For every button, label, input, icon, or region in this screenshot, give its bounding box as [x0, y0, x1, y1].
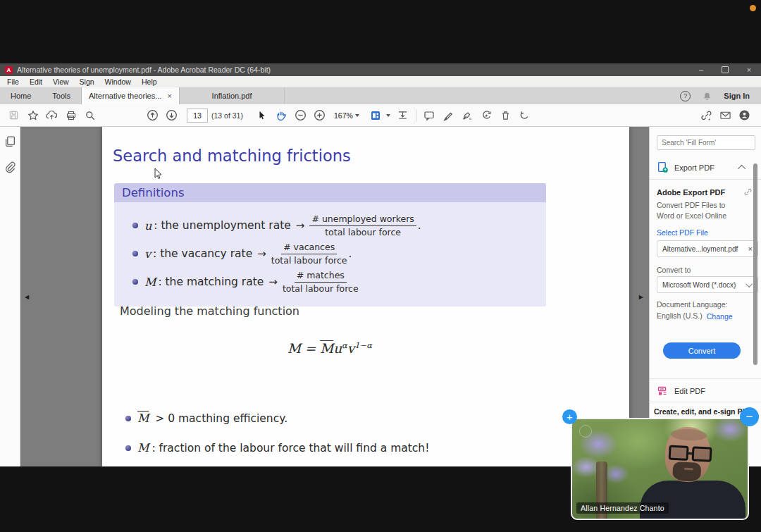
rotate-button[interactable] [515, 107, 534, 124]
arrow-right-glyph: → [268, 276, 278, 288]
document-area[interactable]: ◀ ▶ Search and matching frictions Defini… [20, 127, 649, 466]
delete-button[interactable] [496, 107, 515, 124]
zoom-level-value: 167% [334, 111, 353, 120]
tab-document-active[interactable]: Alternative theories... × [81, 87, 180, 104]
share-cloud-button[interactable] [42, 107, 61, 124]
video-watermark-logo [579, 425, 592, 438]
highlight-button[interactable] [439, 107, 458, 124]
account-button[interactable] [735, 107, 754, 124]
select-pdf-file-link[interactable]: Select PDF File [657, 228, 708, 237]
zoom-in-button[interactable] [310, 107, 329, 124]
email-button[interactable] [716, 107, 735, 124]
save-icon [8, 110, 19, 120]
menu-item-edit[interactable]: Edit [30, 78, 42, 86]
export-pdf-label: Export PDF [674, 163, 714, 172]
glasses-left-lens [669, 445, 689, 461]
attachments-paperclip-icon[interactable] [4, 161, 16, 173]
tab-close-icon[interactable]: × [168, 92, 172, 100]
format-dropdown[interactable]: Microsoft Word (*.docx) [657, 276, 758, 293]
previous-page-button[interactable] [143, 107, 162, 124]
formula-equals: = [301, 341, 320, 356]
panel-divider [650, 179, 761, 180]
zoom-level-dropdown[interactable]: 167% [334, 111, 359, 120]
bullet-tail: . [349, 247, 352, 260]
change-language-link[interactable]: Change [707, 312, 733, 321]
bell-icon[interactable] [703, 92, 712, 101]
link-icon [700, 110, 712, 121]
menu-item-window[interactable]: Window [105, 78, 131, 86]
export-pdf-icon [657, 161, 669, 173]
select-tool-button[interactable] [253, 107, 272, 124]
maximize-button[interactable] [713, 63, 737, 76]
collapse-right-icon[interactable]: ▶ [639, 294, 643, 300]
formula-u-exponent: α [342, 340, 347, 350]
panel-divider [650, 402, 761, 402]
highlighter-icon [443, 110, 454, 121]
remove-file-icon[interactable]: × [748, 245, 753, 253]
print-button[interactable] [61, 107, 80, 124]
menubar: File Edit View Sign Window Help [0, 76, 761, 87]
menu-item-sign[interactable]: Sign [80, 78, 94, 86]
minimize-button[interactable]: – [689, 63, 713, 76]
selected-file-chip[interactable]: Alternative...loyment.pdf × [657, 240, 758, 257]
comment-bubble-icon [423, 110, 435, 121]
page-number-input[interactable] [187, 109, 208, 123]
participant-video[interactable]: Allan Hernandez Chanto [571, 418, 749, 520]
export-pdf-section-header[interactable]: Export PDF [657, 161, 745, 173]
page-display-button[interactable] [366, 107, 385, 124]
menu-item-file[interactable]: File [7, 78, 19, 86]
find-button[interactable] [80, 107, 99, 124]
save-button[interactable] [4, 107, 23, 124]
tab-home[interactable]: Home [0, 87, 42, 104]
edit-pdf-section-header[interactable]: Edit PDF [657, 385, 705, 397]
slide-title: Search and matching frictions [113, 147, 351, 165]
star-button[interactable] [23, 107, 42, 124]
annotation-plus-button[interactable]: + [562, 409, 577, 424]
menu-item-view[interactable]: View [53, 78, 69, 86]
next-page-button[interactable] [162, 107, 181, 124]
toolbar-divider [416, 109, 416, 122]
fraction-denominator: total labour force [325, 226, 401, 238]
close-button[interactable]: × [737, 63, 761, 76]
acrobat-window: A Alternative theories of unemployment.p… [0, 63, 761, 466]
math-var: M [137, 441, 149, 454]
definitions-header: Definitions [114, 183, 546, 202]
titlebar: A Alternative theories of unemployment.p… [0, 63, 761, 76]
matching-formula: M = Muαv1−α [102, 340, 557, 356]
tab-document-inflation[interactable]: Inflation.pdf [180, 87, 285, 104]
zoom-out-button[interactable] [291, 107, 310, 124]
panel-scrollbar[interactable] [753, 163, 757, 365]
fit-width-icon [397, 110, 409, 120]
fraction-denominator: total labour force [283, 283, 359, 295]
tab-tools[interactable]: Tools [42, 87, 81, 104]
share-link-button[interactable] [697, 107, 716, 124]
fit-width-button[interactable] [393, 107, 412, 124]
search-input[interactable] [657, 135, 755, 150]
circle-arrow-down-icon [166, 109, 178, 121]
menu-item-help[interactable]: Help [142, 78, 157, 86]
stamp-button[interactable] [477, 107, 496, 124]
left-sidebar [0, 127, 20, 466]
plus-circle-icon [314, 109, 326, 121]
definitions-box: Definitions u : the unemployment rate → … [114, 183, 546, 307]
page-thumbnails-icon[interactable] [4, 135, 16, 147]
convert-button[interactable]: Convert [663, 342, 741, 359]
sign-in-button[interactable]: Sign In [724, 92, 750, 100]
participant-torso [640, 481, 745, 520]
chevron-down-icon [355, 114, 359, 117]
edit-pdf-tagline: Create, edit, and e-sign PDF [654, 407, 752, 416]
collapse-left-icon[interactable]: ◀ [25, 294, 29, 300]
comment-button[interactable] [420, 107, 439, 124]
help-icon[interactable]: ? [680, 91, 691, 101]
page-display-icon [370, 110, 381, 121]
star-icon [27, 110, 39, 121]
video-minimize-button[interactable]: − [740, 407, 759, 426]
toolbar: (13 of 31) 167% [0, 104, 761, 127]
pdf-page[interactable]: Search and matching frictions Definition… [102, 127, 629, 466]
fill-sign-button[interactable] [458, 107, 477, 124]
page-count-label: (13 of 31) [211, 111, 243, 120]
adobe-acrobat-icon: A [5, 66, 13, 74]
definition-bullet-u: u : the unemployment rate → # unemployed… [114, 214, 546, 237]
hand-tool-button[interactable] [272, 107, 291, 124]
math-var-overline: M [137, 412, 149, 425]
